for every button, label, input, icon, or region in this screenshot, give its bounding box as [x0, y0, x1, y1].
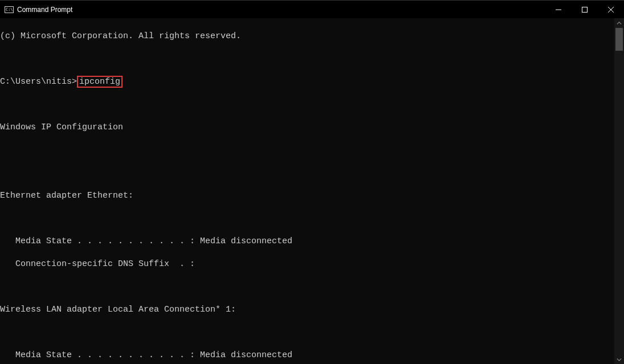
highlighted-command: ipconfig	[77, 76, 123, 88]
ipconfig-header: Windows IP Configuration	[0, 122, 614, 133]
scroll-thumb[interactable]	[615, 28, 623, 51]
cmd-icon: C:\	[5, 5, 14, 14]
close-button[interactable]	[598, 1, 624, 18]
adapter-ethernet-name: Ethernet adapter Ethernet:	[0, 190, 614, 202]
content-wrap: (c) Microsoft Corporation. All rights re…	[0, 18, 624, 364]
blank-line	[0, 99, 614, 111]
vertical-scrollbar[interactable]	[614, 18, 624, 364]
prompt-line-1: C:\Users\nitis>ipconfig	[0, 76, 614, 88]
minimize-button[interactable]	[545, 1, 572, 18]
command-prompt-window: C:\ Command Prompt (c) Microsoft Corpora…	[0, 0, 624, 364]
adapter-ethernet-media: Media State . . . . . . . . . . . : Medi…	[0, 236, 614, 247]
titlebar-controls	[545, 1, 624, 18]
scroll-up-button[interactable]	[614, 18, 624, 28]
adapter-ethernet-dns: Connection-specific DNS Suffix . :	[0, 259, 614, 270]
prompt-path: C:\Users\nitis>	[0, 77, 77, 87]
titlebar[interactable]: C:\ Command Prompt	[0, 1, 624, 18]
svg-rect-3	[582, 7, 588, 12]
blank-line	[0, 281, 614, 293]
svg-text:C:\: C:\	[6, 7, 13, 12]
scroll-track[interactable]	[614, 28, 624, 355]
blank-line	[0, 327, 614, 338]
scroll-down-button[interactable]	[614, 355, 624, 364]
terminal-output[interactable]: (c) Microsoft Corporation. All rights re…	[0, 18, 614, 364]
adapter-wlan1-name: Wireless LAN adapter Local Area Connecti…	[0, 304, 614, 316]
copyright-line: (c) Microsoft Corporation. All rights re…	[0, 31, 614, 42]
blank-line	[0, 213, 614, 224]
blank-line	[0, 167, 614, 179]
window-title: Command Prompt	[17, 6, 72, 14]
blank-line	[0, 54, 614, 65]
blank-line	[0, 145, 614, 156]
maximize-button[interactable]	[572, 1, 598, 18]
adapter-wlan1-media: Media State . . . . . . . . . . . : Medi…	[0, 350, 614, 361]
titlebar-left: C:\ Command Prompt	[0, 5, 72, 14]
